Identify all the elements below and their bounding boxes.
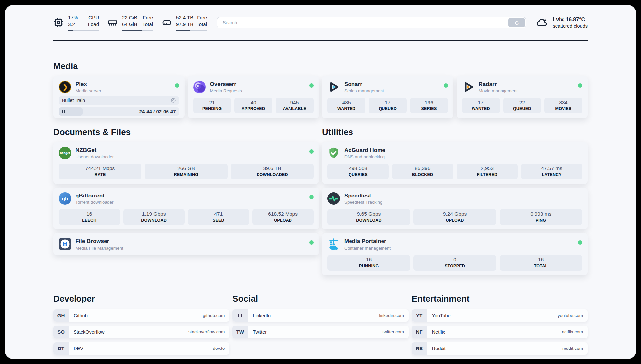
memory-icon: [107, 17, 118, 28]
bookmark-url: youtube.com: [558, 313, 583, 318]
app-card-portainer[interactable]: Media Portainer Container management 16 …: [322, 233, 588, 275]
portainer-icon: [327, 238, 340, 250]
app-name: Speedtest: [344, 192, 382, 199]
app-name: Radarr: [479, 81, 518, 88]
stat-rate: 744.21 Mbps RATE: [59, 164, 141, 179]
app-subtitle: Media server: [76, 88, 101, 93]
cpu-icon: [53, 17, 64, 28]
stat-total: 16 TOTAL: [500, 255, 582, 271]
bookmark-name: LinkedIn: [253, 313, 271, 318]
app-card-qbittorrent[interactable]: qb qBittorrent Torrent downloader 16 LEE…: [53, 188, 319, 229]
stat-stopped: 0 STOPPED: [413, 255, 496, 271]
cpu-label: CPU: [88, 15, 99, 21]
radarr-icon: [462, 81, 474, 93]
app-card-nzbget[interactable]: nzbget NZBGet Usenet downloader 744.21 M…: [53, 142, 319, 184]
stat-pending: 21 PENDING: [193, 98, 231, 113]
app-subtitle: Usenet downloader: [76, 154, 114, 159]
app-card-speedtest[interactable]: Speedtest Speedtest Tracking 9.65 Gbps D…: [322, 188, 588, 229]
app-card-overseerr[interactable]: Overseerr Media Requests 21 PENDING 40 A…: [188, 76, 319, 118]
disk-free-label: Free: [197, 15, 207, 21]
stat-queued: 22 QUEUED: [503, 98, 541, 113]
bookmark-name: Github: [74, 313, 88, 318]
dashboard-page: 17% 3.2 CPU Load: [5, 5, 636, 359]
filebrowser-icon: [59, 238, 71, 250]
bookmark-twitter[interactable]: TW Twitter twitter.com: [232, 326, 408, 338]
bookmark-abbr: DT: [53, 342, 69, 355]
app-name: NZBGet: [76, 147, 114, 154]
app-name: AdGuard Home: [344, 147, 385, 154]
bookmark-url: netflix.com: [562, 329, 583, 334]
pause-icon[interactable]: [62, 110, 65, 113]
sonarr-icon: [327, 81, 340, 93]
app-subtitle: Series management: [344, 88, 384, 93]
app-subtitle: Speedtest Tracking: [344, 200, 382, 205]
disk-free-value: 52.4 TB: [176, 15, 193, 21]
section-utilities: Utilities: [322, 127, 588, 275]
stat-wanted: 485 WANTED: [327, 98, 365, 113]
app-card-filebrowser[interactable]: File Browser Media File Management: [53, 233, 319, 255]
app-name: Overseerr: [210, 81, 242, 88]
playback-progress-row: 24:44 / 02:06:47: [59, 107, 179, 116]
stat-movies: 834 MOVIES: [544, 98, 582, 113]
section-title-documents: Documents & Files: [53, 127, 319, 137]
bookmark-github[interactable]: GH Github github.com: [53, 309, 229, 322]
stat-queries: 498,508 QUERIES: [327, 164, 389, 179]
bookmark-url: dev.to: [213, 346, 225, 351]
app-card-radarr[interactable]: Radarr Movie management 17 WANTED 22 QUE…: [457, 76, 588, 118]
session-media-icon: [171, 98, 176, 103]
memory-free-value: 22 GiB: [122, 15, 137, 21]
bookmark-name: Netflix: [432, 329, 445, 335]
bookmark-name: StackOverflow: [74, 329, 104, 335]
stat-upload: 9.24 Gbps UPLOAD: [413, 209, 496, 225]
bookmark-linkedin[interactable]: LI LinkedIn linkedin.com: [232, 309, 408, 322]
section-documents: Documents & Files nzbget NZBGet Usenet d…: [53, 127, 319, 275]
bookmark-dev[interactable]: DT DEV dev.to: [53, 342, 229, 355]
bookmark-url: github.com: [203, 313, 225, 318]
weather-widget: Lviv, 16.87°C scattered clouds: [536, 16, 588, 29]
cpu-progress-bar: [68, 30, 99, 31]
bookmark-name: DEV: [74, 346, 83, 351]
stat-remaining: 266 GB REMAINING: [145, 164, 228, 179]
disk-total-label: Total: [197, 21, 207, 28]
bookmark-netflix[interactable]: NF Netflix netflix.com: [412, 326, 588, 338]
memory-metric: 22 GiB 64 GiB Free Total: [107, 15, 153, 31]
stat-upload: 618.52 Mbps UPLOAD: [252, 209, 314, 225]
bookmark-name: Twitter: [253, 329, 267, 335]
stat-running: 16 RUNNING: [327, 255, 410, 271]
section-title-developer: Developer: [53, 294, 229, 304]
bookmark-url: stackoverflow.com: [188, 329, 225, 334]
bookmark-reddit[interactable]: RE Reddit reddit.com: [412, 342, 588, 355]
app-card-plex[interactable]: ❯ Plex Media server Bullet Train: [53, 76, 185, 118]
bookmark-abbr: LI: [232, 309, 248, 322]
app-name: Sonarr: [344, 81, 384, 88]
app-card-adguard[interactable]: AdGuard Home DNS and adblocking 498,508 …: [322, 142, 588, 184]
now-playing-row: Bullet Train: [59, 96, 179, 105]
weather-location-temp: Lviv, 16.87°C: [553, 17, 588, 23]
section-title-media: Media: [53, 61, 588, 71]
stat-download: 9.65 Gbps DOWNLOAD: [327, 209, 410, 225]
stat-filtered: 2,953 FILTERED: [457, 164, 518, 179]
app-subtitle: Torrent downloader: [76, 200, 114, 205]
stat-approved: 40 APPROVED: [234, 98, 272, 113]
cpu-load-label: Load: [88, 21, 99, 28]
search-engine-button[interactable]: G: [508, 18, 525, 27]
stat-download: 1.19 Gbps DOWNLOAD: [123, 209, 185, 225]
bookmark-abbr: RE: [412, 342, 427, 355]
status-online-dot: [578, 83, 582, 88]
status-online-dot: [309, 149, 314, 154]
app-subtitle: Media Requests: [210, 88, 242, 93]
section-title-entertainment: Entertainment: [412, 294, 588, 304]
bookmark-youtube[interactable]: YT YouTube youtube.com: [412, 309, 588, 322]
disk-progress-bar: [176, 30, 207, 31]
stat-downloaded: 39.6 TB DOWNLOADED: [231, 164, 314, 179]
adguard-icon: [327, 147, 340, 159]
app-subtitle: DNS and adblocking: [344, 154, 385, 159]
weather-condition: scattered clouds: [553, 23, 588, 29]
bookmark-abbr: NF: [412, 326, 427, 338]
search-input[interactable]: [217, 17, 526, 28]
bookmark-stackoverflow[interactable]: SO StackOverflow stackoverflow.com: [53, 326, 229, 338]
app-card-sonarr[interactable]: Sonarr Series management 485 WANTED 17 Q…: [322, 76, 453, 118]
bookmark-name: Reddit: [432, 346, 446, 351]
status-online-dot: [444, 83, 448, 88]
cpu-usage-value: 17%: [68, 15, 78, 21]
